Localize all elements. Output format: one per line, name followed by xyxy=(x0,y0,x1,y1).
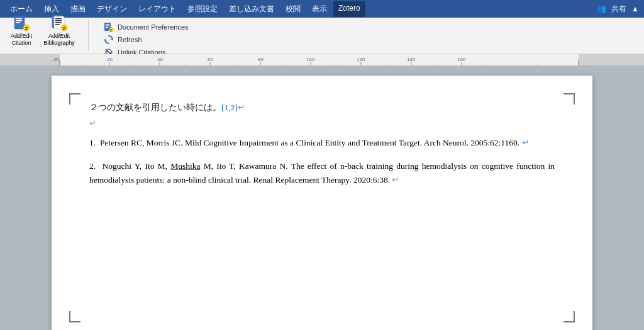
svg-text:Z: Z xyxy=(25,26,28,31)
svg-rect-20 xyxy=(106,26,109,26)
ref-2-text-before: Noguchi Y, Ito M, xyxy=(103,161,171,171)
refresh-label: Refresh xyxy=(118,36,142,43)
add-edit-bibliography-icon: Z xyxy=(50,14,68,31)
page: ２つの文献を引用したい時には。[1,2]↵ ↵ 1. Petersen RC, … xyxy=(52,76,592,330)
menubar-right: 👥 共有 ▲ xyxy=(597,4,639,14)
ruler: 20 40 60 80 100 120 140 160 -20 xyxy=(0,54,644,65)
svg-rect-29 xyxy=(0,54,60,65)
svg-rect-3 xyxy=(16,22,20,23)
ref-1-number: 1. xyxy=(89,138,100,147)
svg-rect-27 xyxy=(0,54,644,65)
svg-rect-30 xyxy=(579,54,644,65)
svg-rect-14 xyxy=(55,22,62,23)
svg-text:60: 60 xyxy=(208,57,213,62)
svg-rect-2 xyxy=(16,20,22,21)
add-edit-citation-label: Add/EditCitation xyxy=(11,33,32,47)
svg-rect-19 xyxy=(106,24,109,25)
svg-rect-21 xyxy=(106,27,108,28)
ribbon-divider xyxy=(88,20,89,50)
svg-rect-1 xyxy=(16,18,22,20)
svg-text:Z: Z xyxy=(110,28,112,32)
ribbon-small-group: Z Document Preferences Refresh xyxy=(101,20,191,59)
corner-marker-br xyxy=(564,311,575,322)
menubar: ホーム 挿入 描画 デザイン レイアウト 参照設定 差し込み文書 校閲 表示 Z… xyxy=(0,0,644,18)
menu-design[interactable]: デザイン xyxy=(92,1,132,17)
svg-text:100: 100 xyxy=(306,57,315,62)
document-preferences-icon: Z xyxy=(104,22,114,32)
return-mark-2: ↵ xyxy=(89,118,96,128)
ref-2-number: 2. xyxy=(89,161,103,171)
intro-text: ２つの文献を引用したい時には。 xyxy=(89,103,221,112)
svg-text:20: 20 xyxy=(107,57,113,62)
menu-mailings[interactable]: 差し込み文書 xyxy=(224,1,279,17)
svg-rect-12 xyxy=(55,18,62,20)
menu-review[interactable]: 校閲 xyxy=(280,1,306,17)
document-area: ２つの文献を引用したい時には。[1,2]↵ ↵ 1. Petersen RC, … xyxy=(0,65,644,330)
share-icon: 👥 xyxy=(597,4,606,13)
return-mark-1: ↵ xyxy=(238,103,245,112)
svg-rect-13 xyxy=(55,20,62,21)
reference-1: 1. Petersen RC, Morris JC. Mild Cognitiv… xyxy=(89,136,555,151)
svg-text:Z: Z xyxy=(63,26,66,31)
ribbon: Z Add/EditCitation xyxy=(0,18,644,54)
share-label[interactable]: 共有 xyxy=(611,4,626,14)
menu-references[interactable]: 参照設定 xyxy=(182,1,223,17)
menu-zotero[interactable]: Zotero xyxy=(333,1,365,17)
document-preferences-button[interactable]: Z Document Preferences xyxy=(101,21,191,33)
svg-text:80: 80 xyxy=(258,57,264,62)
menu-view[interactable]: 表示 xyxy=(307,1,332,17)
return-mark-4: ↵ xyxy=(392,175,399,185)
refresh-icon xyxy=(104,35,114,45)
citation-ref: [1,2] xyxy=(221,103,238,112)
svg-text:40: 40 xyxy=(157,57,163,62)
ref-2-underlined-word: Mushika xyxy=(170,161,200,171)
add-edit-bibliography-button[interactable]: Z Add/EditBibliography xyxy=(43,20,75,48)
menu-draw[interactable]: 描画 xyxy=(65,1,91,17)
ribbon-buttons-row: Z Add/EditCitation xyxy=(5,20,75,48)
add-edit-citation-icon: Z xyxy=(13,14,30,31)
intro-paragraph: ２つの文献を引用したい時には。[1,2]↵ xyxy=(89,101,555,115)
svg-text:160: 160 xyxy=(457,57,466,62)
document-preferences-label: Document Preferences xyxy=(118,23,189,31)
corner-marker-tr xyxy=(564,93,575,105)
return-mark-3: ↵ xyxy=(522,138,530,147)
menu-layout[interactable]: レイアウト xyxy=(133,1,181,17)
svg-rect-15 xyxy=(55,24,60,25)
svg-text:140: 140 xyxy=(407,57,416,62)
ref-1-text: Petersen RC, Morris JC. Mild Cognitive I… xyxy=(100,138,522,147)
ribbon-large-buttons: Z Add/EditCitation xyxy=(5,20,75,48)
add-edit-citation-button[interactable]: Z Add/EditCitation xyxy=(5,20,38,48)
corner-marker-bl xyxy=(69,311,80,322)
corner-marker-tl xyxy=(69,93,80,105)
refresh-button[interactable]: Refresh xyxy=(101,34,191,45)
collapse-icon[interactable]: ▲ xyxy=(631,4,639,13)
svg-text:120: 120 xyxy=(357,57,365,62)
reference-2: 2. Noguchi Y, Ito M, Mushika M, Ito T, K… xyxy=(89,159,555,188)
svg-text:-20: -20 xyxy=(52,57,60,62)
add-edit-bibliography-label: Add/EditBibliography xyxy=(43,33,75,47)
